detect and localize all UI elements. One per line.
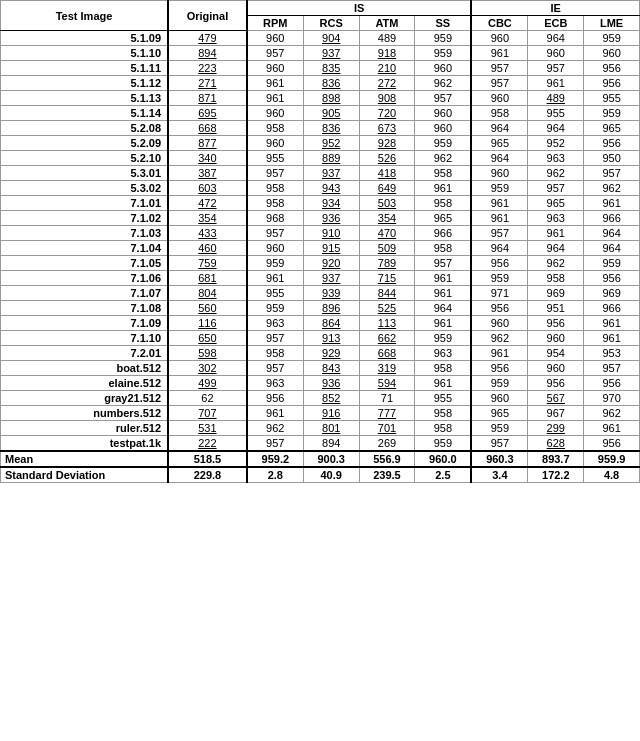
rpm-header: RPM — [247, 16, 304, 31]
table-row: boat.512302957843319958956960957 — [1, 361, 640, 376]
row-name: 5.3.02 — [1, 181, 169, 196]
table-row: 5.2.09877960952928959965952956 — [1, 136, 640, 151]
data-table: Test Image Original IS IE RPM RCS ATM SS… — [0, 0, 640, 483]
row-name: boat.512 — [1, 361, 169, 376]
row-name: 7.1.05 — [1, 256, 169, 271]
row-name: ruler.512 — [1, 421, 169, 436]
table-row: numbers.512707961916777958965967962 — [1, 406, 640, 421]
row-name: 5.1.14 — [1, 106, 169, 121]
rcs-header: RCS — [303, 16, 359, 31]
table-row: 7.1.02354968936354965961963966 — [1, 211, 640, 226]
row-name: 7.1.10 — [1, 331, 169, 346]
row-name: 7.1.04 — [1, 241, 169, 256]
table-row: 5.1.10894957937918959961960960 — [1, 46, 640, 61]
table-row: testpat.1k222957894269959957628956 — [1, 436, 640, 452]
row-name: gray21.512 — [1, 391, 169, 406]
row-name: 5.2.09 — [1, 136, 169, 151]
row-name: testpat.1k — [1, 436, 169, 452]
row-name: 7.1.02 — [1, 211, 169, 226]
original-header: Original — [168, 1, 247, 31]
table-row: 5.3.01387957937418958960962957 — [1, 166, 640, 181]
row-name: 5.1.13 — [1, 91, 169, 106]
table-row: 5.2.08668958836673960964964965 — [1, 121, 640, 136]
ecb-header: ECB — [528, 16, 584, 31]
table-row: 5.2.10340955889526962964963950 — [1, 151, 640, 166]
table-row: 7.1.10650957913662959962960961 — [1, 331, 640, 346]
table-row: 5.1.14695960905720960958955959 — [1, 106, 640, 121]
table-row: elaine.512499963936594961959956956 — [1, 376, 640, 391]
table-row: 7.1.03433957910470966957961964 — [1, 226, 640, 241]
mean-row: Mean518.5959.2900.3556.9960.0960.3893.79… — [1, 451, 640, 467]
row-name: elaine.512 — [1, 376, 169, 391]
lme-header: LME — [584, 16, 640, 31]
cbc-header: CBC — [471, 16, 528, 31]
row-name: 7.1.01 — [1, 196, 169, 211]
row-name: 5.1.11 — [1, 61, 169, 76]
row-name: 5.2.08 — [1, 121, 169, 136]
row-name: 7.1.07 — [1, 286, 169, 301]
ie-group-header: IE — [471, 1, 639, 16]
table-row: 7.1.09116963864113961960956961 — [1, 316, 640, 331]
table-row: ruler.512531962801701958959299961 — [1, 421, 640, 436]
table-row: 7.1.01472958934503958961965961 — [1, 196, 640, 211]
table-row: 7.2.01598958929668963961954953 — [1, 346, 640, 361]
ss-header: SS — [415, 16, 472, 31]
std-row: Standard Deviation229.82.840.9239.52.53.… — [1, 467, 640, 483]
table-row: 7.1.08560959896525964956951966 — [1, 301, 640, 316]
row-name: 5.1.10 — [1, 46, 169, 61]
table-row: gray21.5126295685271955960567970 — [1, 391, 640, 406]
atm-header: ATM — [359, 16, 415, 31]
row-name: 5.1.12 — [1, 76, 169, 91]
row-name: 5.2.10 — [1, 151, 169, 166]
test-image-header: Test Image — [1, 1, 169, 31]
table-row: 5.3.02603958943649961959957962 — [1, 181, 640, 196]
row-name: 7.1.03 — [1, 226, 169, 241]
table-row: 7.1.07804955939844961971969969 — [1, 286, 640, 301]
table-row: 7.1.06681961937715961959958956 — [1, 271, 640, 286]
row-name: numbers.512 — [1, 406, 169, 421]
row-name: 7.2.01 — [1, 346, 169, 361]
row-name: 7.1.06 — [1, 271, 169, 286]
table-row: 5.1.13871961898908957960489955 — [1, 91, 640, 106]
table-row: 5.1.11223960835210960957957956 — [1, 61, 640, 76]
row-name: 7.1.08 — [1, 301, 169, 316]
row-name: 7.1.09 — [1, 316, 169, 331]
is-group-header: IS — [247, 1, 472, 16]
row-name: 5.3.01 — [1, 166, 169, 181]
row-name: 5.1.09 — [1, 31, 169, 46]
table-row: 5.1.09479960904489959960964959 — [1, 31, 640, 46]
table-row: 5.1.12271961836272962957961956 — [1, 76, 640, 91]
table-row: 7.1.05759959920789957956962959 — [1, 256, 640, 271]
col1-label: Test Image — [56, 10, 113, 22]
table-row: 7.1.04460960915509958964964964 — [1, 241, 640, 256]
